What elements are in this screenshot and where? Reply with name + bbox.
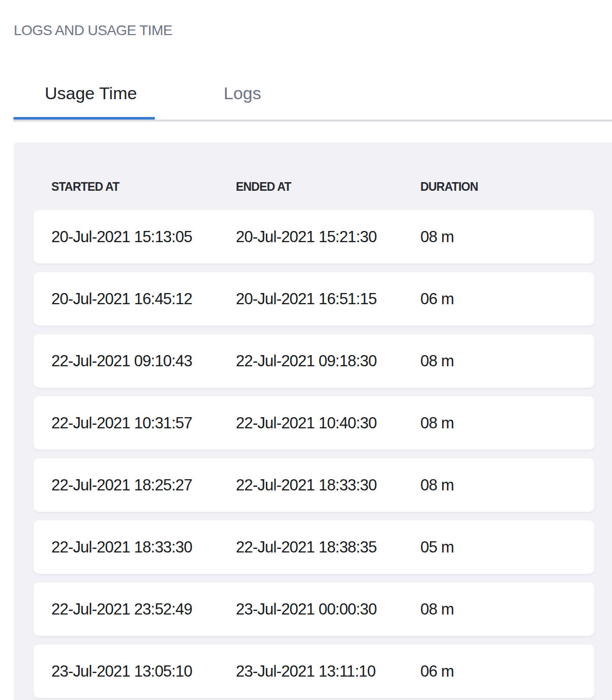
table-row: 20-Jul-2021 15:13:0520-Jul-2021 15:21:30… [34, 210, 594, 264]
cell-started-at: 22-Jul-2021 10:31:57 [51, 414, 236, 432]
usage-time-panel: STARTED AT ENDED AT DURATION 20-Jul-2021… [14, 142, 612, 700]
cell-ended-at: 22-Jul-2021 10:40:30 [236, 414, 420, 432]
tab-logs-label: Logs [224, 83, 261, 103]
cell-ended-at: 22-Jul-2021 09:18:30 [236, 352, 420, 370]
cell-ended-at: 20-Jul-2021 16:51:15 [236, 290, 420, 308]
tab-strip-divider [13, 120, 612, 122]
cell-duration: 08 m [420, 352, 594, 370]
cell-started-at: 22-Jul-2021 18:33:30 [51, 538, 236, 557]
cell-duration: 08 m [420, 600, 594, 619]
cell-duration: 08 m [420, 476, 594, 494]
table-row: 22-Jul-2021 09:10:4322-Jul-2021 09:18:30… [34, 334, 594, 388]
cell-ended-at: 23-Jul-2021 00:00:30 [236, 600, 420, 619]
column-header-started-at: STARTED AT [51, 178, 236, 196]
cell-duration: 08 m [420, 414, 594, 432]
cell-started-at: 23-Jul-2021 13:05:10 [51, 662, 236, 681]
cell-duration: 06 m [420, 290, 594, 308]
active-tab-indicator [13, 117, 155, 120]
column-header-duration: DURATION [420, 178, 594, 196]
table-row: 22-Jul-2021 10:31:5722-Jul-2021 10:40:30… [34, 396, 594, 450]
table-row: 20-Jul-2021 16:45:1220-Jul-2021 16:51:15… [34, 272, 594, 326]
table-row: 22-Jul-2021 23:52:4923-Jul-2021 00:00:30… [34, 582, 594, 636]
cell-ended-at: 22-Jul-2021 18:38:35 [236, 538, 420, 557]
tab-logs[interactable]: Logs [155, 76, 297, 120]
table-row: 22-Jul-2021 18:25:2722-Jul-2021 18:33:30… [34, 458, 594, 512]
table-row: 22-Jul-2021 18:33:3022-Jul-2021 18:38:35… [34, 520, 594, 574]
cell-started-at: 20-Jul-2021 15:13:05 [51, 228, 236, 246]
tab-usage-time[interactable]: Usage Time [13, 76, 155, 120]
page-title: LOGS AND USAGE TIME [14, 21, 172, 40]
cell-started-at: 22-Jul-2021 09:10:43 [51, 352, 236, 370]
cell-duration: 05 m [420, 538, 594, 557]
column-header-ended-at: ENDED AT [236, 178, 420, 196]
cell-ended-at: 20-Jul-2021 15:21:30 [236, 228, 420, 246]
cell-started-at: 20-Jul-2021 16:45:12 [51, 290, 236, 308]
cell-duration: 08 m [420, 228, 594, 246]
usage-time-row-list: 20-Jul-2021 15:13:0520-Jul-2021 15:21:30… [34, 210, 612, 698]
cell-ended-at: 23-Jul-2021 13:11:10 [236, 662, 420, 681]
cell-started-at: 22-Jul-2021 23:52:49 [51, 600, 236, 619]
cell-duration: 06 m [420, 662, 594, 681]
table-row: 23-Jul-2021 13:05:1023-Jul-2021 13:11:10… [34, 645, 594, 698]
cell-started-at: 22-Jul-2021 18:25:27 [51, 476, 236, 494]
table-header-row: STARTED AT ENDED AT DURATION [34, 178, 594, 196]
cell-ended-at: 22-Jul-2021 18:33:30 [236, 476, 420, 494]
tab-usage-time-label: Usage Time [45, 83, 137, 103]
